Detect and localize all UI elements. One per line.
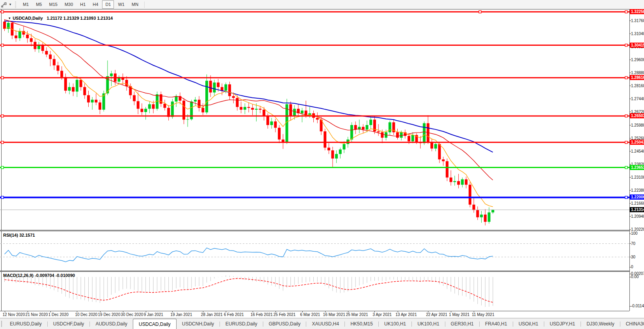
- macd-panel-splitter[interactable]: [0, 271, 629, 272]
- chart-tab-bar: EURUSD,DailyUSDCHF,DailyAUDUSD,DailyUSDC…: [0, 318, 644, 329]
- price-level-badge: 1.28616: [630, 75, 644, 80]
- date-label: 9 Jan 2021: [144, 312, 164, 317]
- date-label: 21 Nov 2020: [26, 312, 48, 317]
- mt4-window: ▼ M1M5M15M30H1H4D1W1MN ▼USDCAD,Daily1.21…: [0, 0, 644, 329]
- date-label: 6 Feb 2021: [224, 312, 244, 317]
- price-level-badge: 1.23653: [630, 165, 644, 170]
- line-anchor-handle[interactable]: [1, 166, 4, 169]
- price-tick-label: 1.27440: [631, 97, 644, 101]
- toolbar: ▼ M1M5M15M30H1H4D1W1MN: [0, 0, 644, 9]
- date-label: 25 Mar 2021: [346, 312, 368, 317]
- chart-tab-usdjpy-h1[interactable]: USDJPY,H1: [544, 318, 581, 329]
- rsi-panel-splitter[interactable]: [0, 230, 629, 231]
- date-label: 1 May 2021: [449, 312, 469, 317]
- chart-tab-usdchf-daily[interactable]: USDCHF,Daily: [48, 318, 90, 329]
- price-tick-label: 1.28160: [631, 84, 644, 88]
- date-label: 10 Dec 2020: [75, 312, 97, 317]
- rsi-line: [5, 248, 493, 262]
- line-anchor-handle[interactable]: [625, 77, 627, 79]
- chart-tab-audusd-daily[interactable]: AUDUSD,Daily: [90, 318, 133, 329]
- date-label: 16 Mar 2021: [323, 312, 345, 317]
- timeframe-button-m15[interactable]: M15: [46, 0, 60, 9]
- chart-tab-uk100-h1[interactable]: UK100,H1: [379, 318, 411, 329]
- line-anchor-handle[interactable]: [479, 11, 481, 13]
- line-anchor-handle[interactable]: [1, 196, 4, 198]
- date-label: 6 Mar 2021: [300, 312, 320, 317]
- current-price-badge: 1.21314: [630, 207, 644, 212]
- date-label: 13 Apr 2021: [396, 312, 417, 317]
- symbol-dropdown-icon[interactable]: ▼: [8, 17, 11, 20]
- macd-tick-label: 0.00: [631, 275, 638, 279]
- chart-tab-dj30-weekly[interactable]: DJ30,Weekly: [581, 318, 620, 329]
- chart-ohlc-values: 1.21172 1.21329 1.21093 1.21314: [47, 16, 113, 21]
- price-tick-label: 1.29600: [631, 58, 644, 62]
- chart-tab-eurusd-daily[interactable]: EURUSD,Daily: [4, 318, 47, 329]
- chart-symbol-label: USDCAD,Daily: [13, 16, 43, 21]
- line-anchor-handle[interactable]: [625, 115, 627, 117]
- sma20-line: [5, 20, 493, 180]
- line-anchor-handle[interactable]: [625, 11, 627, 13]
- line-anchor-handle[interactable]: [1, 115, 4, 117]
- timeframe-button-mn[interactable]: MN: [128, 0, 141, 9]
- rsi-tick-label: 30: [631, 255, 635, 259]
- chart-tab-usdcnh-daily[interactable]: USDCNH,Daily: [177, 318, 220, 329]
- date-label: 12 Nov 2020: [3, 312, 25, 317]
- chart-tab-usdcad-daily[interactable]: USDCAD,Daily: [133, 319, 177, 329]
- line-anchor-handle[interactable]: [625, 196, 627, 198]
- date-label: 30 Dec 2020: [121, 312, 143, 317]
- date-label: 16 Feb 2021: [251, 312, 273, 317]
- line-anchor-handle[interactable]: [1, 77, 4, 79]
- chart-tab-eurusd-daily[interactable]: EURUSD,Daily: [220, 318, 263, 329]
- price-tick-label: 1.31760: [631, 19, 644, 23]
- timeframe-button-m5[interactable]: M5: [33, 0, 45, 9]
- price-level-badge: 1.25043: [630, 140, 644, 145]
- line-anchor-handle[interactable]: [625, 166, 627, 169]
- chart-tab-fra40-h1[interactable]: FRA40,H1: [480, 318, 513, 329]
- chart-tab-ger30-h1[interactable]: GER30,H1: [445, 318, 479, 329]
- date-label: 25 Feb 2021: [274, 312, 296, 317]
- rsi-tick-label: 100: [631, 231, 638, 236]
- price-tick-label: 1.23100: [631, 175, 644, 179]
- price-tick-label: 1.28880: [631, 71, 644, 75]
- macd-indicator-panel: [0, 272, 629, 311]
- rsi-label: RSI(14) 32.1571: [3, 233, 35, 237]
- tab-bar-grip: [1, 321, 2, 327]
- rsi-tick-label: 0: [631, 265, 633, 269]
- price-level-badge: 1.26503: [630, 113, 644, 118]
- chart-tool-icon[interactable]: [1, 2, 8, 8]
- toolbar-divider: [144, 2, 145, 8]
- price-tick-label: 1.25980: [631, 123, 644, 127]
- chart-tab-uk100-h1[interactable]: UK100,H1: [412, 318, 445, 329]
- timeframe-button-m1[interactable]: M1: [20, 0, 32, 9]
- price-tick-label: 1.31040: [631, 32, 644, 36]
- timeframe-button-w1[interactable]: W1: [115, 0, 128, 9]
- toolbar-grip-handle[interactable]: [15, 2, 16, 8]
- timeframe-button-group: M1M5M15M30H1H4D1W1MN: [19, 0, 142, 9]
- line-anchor-handle[interactable]: [625, 141, 627, 144]
- timeframe-button-m30[interactable]: M30: [61, 0, 76, 9]
- price-level-badge: 1.30415: [630, 43, 644, 48]
- line-anchor-handle[interactable]: [625, 44, 627, 47]
- line-anchor-handle[interactable]: [1, 141, 4, 144]
- chart-tab-gbpusd-daily[interactable]: GBPUSD,Daily: [263, 318, 306, 329]
- chart-tab-xauusd-h4[interactable]: XAUUSD,H4: [306, 318, 344, 329]
- price-tick-label: 1.24540: [631, 149, 644, 153]
- timeframe-button-d1[interactable]: D1: [102, 0, 114, 9]
- timeframe-button-h4[interactable]: H4: [89, 0, 101, 9]
- date-label: 1 Dec 2020: [48, 312, 69, 317]
- price-tick-label: 1.22380: [631, 188, 644, 193]
- line-anchor-handle[interactable]: [1, 44, 4, 47]
- macd-tick-label: -0.01146: [631, 304, 644, 308]
- rsi-indicator-panel: [0, 231, 629, 271]
- chart-tab-usoil-h1[interactable]: USOil,H1: [513, 318, 544, 329]
- price-tick-label: 1.21660: [631, 201, 644, 206]
- macd-histogram: [5, 275, 493, 307]
- date-label: 3 Apr 2021: [372, 312, 391, 317]
- timeframe-button-h1[interactable]: H1: [77, 0, 89, 9]
- time-axis: 12 Nov 202021 Nov 20201 Dec 202010 Dec 2…: [0, 311, 644, 318]
- ema8-line: [5, 28, 493, 207]
- toolbar-dropdown-caret-icon[interactable]: ▼: [9, 3, 12, 6]
- chart-tab-hk50-m15[interactable]: HK50,M15: [345, 318, 378, 329]
- chart-tab-china300-h1[interactable]: CHINA300,H1: [620, 318, 644, 329]
- candles-layer: [3, 19, 494, 226]
